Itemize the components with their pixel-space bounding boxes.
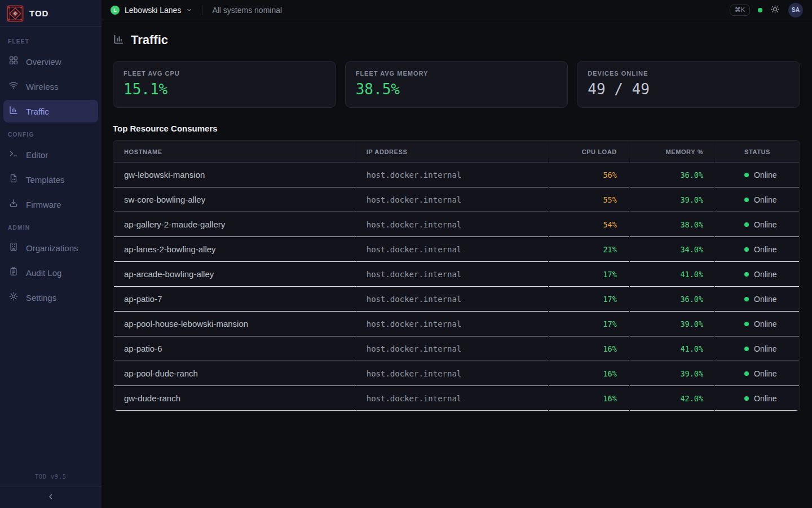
status-label: Online	[754, 270, 776, 279]
ip-address-cell: host.docker.internal	[356, 237, 548, 262]
command-palette-shortcut[interactable]: ⌘K	[730, 5, 750, 16]
org-switcher[interactable]: L Lebowski Lanes	[111, 5, 192, 15]
ip-address-cell: host.docker.internal	[356, 336, 548, 361]
sidebar-item-label: Overview	[26, 57, 61, 67]
table-title: Top Resource Consumers	[113, 124, 800, 133]
sidebar-collapse-button[interactable]	[0, 487, 102, 508]
stat-card-devices-online: DEVICES ONLINE 49 / 49	[577, 61, 800, 108]
table-row[interactable]: sw-core-bowling-alley host.docker.intern…	[114, 187, 799, 212]
memory-cell: 42.0%	[630, 386, 714, 411]
sidebar-item-label: Traffic	[26, 107, 49, 116]
memory-cell: 39.0%	[630, 361, 714, 386]
table-row[interactable]: ap-pool-house-lebowski-mansion host.dock…	[114, 312, 799, 336]
stat-label: DEVICES ONLINE	[588, 70, 789, 77]
status-cell: Online	[715, 237, 799, 262]
cpu-load-cell: 55%	[549, 187, 629, 212]
ip-address-cell: host.docker.internal	[356, 361, 548, 386]
header-divider	[202, 5, 202, 15]
sidebar-item-label: Audit Log	[26, 268, 61, 278]
hostname-cell: ap-pool-house-lebowski-mansion	[114, 312, 356, 336]
column-header-hostname: HOSTNAME	[114, 141, 356, 163]
status-cell: Online	[715, 336, 799, 361]
hostname-cell: ap-lanes-2-bowling-alley	[114, 237, 356, 262]
bar-chart-icon	[113, 33, 125, 47]
status-label: Online	[754, 295, 776, 304]
nav-section-config: CONFIG	[0, 132, 102, 138]
hostname-cell: gw-dude-ranch	[114, 386, 356, 411]
stat-card-fleet-avg-memory: FLEET AVG MEMORY 38.5%	[345, 61, 568, 108]
sidebar-item-wireless[interactable]: Wireless	[3, 75, 98, 98]
memory-cell: 34.0%	[630, 237, 714, 262]
status-label: Online	[754, 245, 776, 254]
status-cell: Online	[715, 287, 799, 312]
cpu-load-cell: 17%	[549, 262, 629, 287]
online-status-icon	[744, 322, 749, 326]
sidebar-item-label: Settings	[26, 293, 56, 303]
status-label: Online	[754, 344, 776, 353]
online-status-icon	[744, 198, 749, 202]
clipboard-icon	[8, 266, 19, 279]
page-title: Traffic	[131, 33, 168, 47]
hostname-cell: gw-lebowski-mansion	[114, 163, 356, 187]
status-cell: Online	[715, 212, 799, 237]
chevron-down-icon	[186, 5, 192, 15]
table-row[interactable]: ap-patio-6 host.docker.internal 16% 41.0…	[114, 336, 799, 361]
sidebar: TOD FLEET Overview	[0, 0, 102, 508]
online-status-icon	[744, 297, 749, 301]
top-consumers-table: HOSTNAME IP ADDRESS CPU LOAD MEMORY % ST…	[113, 140, 800, 411]
table-row[interactable]: ap-arcade-bowling-alley host.docker.inte…	[114, 262, 799, 287]
online-status-icon	[744, 347, 749, 351]
cpu-load-cell: 21%	[549, 237, 629, 262]
ip-address-cell: host.docker.internal	[356, 312, 548, 336]
memory-cell: 36.0%	[630, 287, 714, 312]
status-label: Online	[754, 220, 776, 229]
sidebar-item-editor[interactable]: Editor	[3, 143, 98, 166]
status-label: Online	[754, 394, 776, 403]
sidebar-item-settings[interactable]: Settings	[3, 286, 98, 309]
nav-section-admin: ADMIN	[0, 225, 102, 231]
stat-value: 15.1%	[123, 81, 325, 98]
hostname-cell: ap-arcade-bowling-alley	[114, 262, 356, 287]
sidebar-item-firmware[interactable]: Firmware	[3, 193, 98, 216]
bar-chart-icon	[8, 105, 19, 117]
sidebar-item-overview[interactable]: Overview	[3, 50, 98, 73]
content-frame: L Lebowski Lanes All systems nominal ⌘K	[102, 0, 812, 508]
memory-cell: 36.0%	[630, 163, 714, 187]
status-cell: Online	[715, 312, 799, 336]
status-label: Online	[754, 369, 776, 378]
stat-cards: FLEET AVG CPU 15.1% FLEET AVG MEMORY 38.…	[113, 61, 800, 108]
ip-address-cell: host.docker.internal	[356, 212, 548, 237]
table-row[interactable]: ap-pool-dude-ranch host.docker.internal …	[114, 361, 799, 386]
column-header-ip: IP ADDRESS	[356, 141, 548, 163]
status-label: Online	[754, 319, 776, 329]
stat-label: FLEET AVG CPU	[123, 70, 325, 77]
sidebar-item-organizations[interactable]: Organizations	[3, 237, 98, 259]
hostname-cell: ap-gallery-2-maude-gallery	[114, 212, 356, 237]
terminal-icon	[8, 148, 19, 161]
sidebar-item-traffic[interactable]: Traffic	[3, 100, 98, 122]
cpu-load-cell: 56%	[549, 163, 629, 187]
nav-section-fleet: FLEET	[0, 38, 102, 45]
sidebar-item-templates[interactable]: Templates	[3, 168, 98, 191]
online-status-icon	[744, 222, 749, 227]
table-row[interactable]: gw-lebowski-mansion host.docker.internal…	[114, 163, 799, 187]
table-row[interactable]: ap-gallery-2-maude-gallery host.docker.i…	[114, 212, 799, 237]
stat-value: 38.5%	[356, 81, 558, 98]
gear-icon	[8, 291, 19, 304]
system-status-text: All systems nominal	[212, 6, 282, 15]
memory-cell: 41.0%	[630, 336, 714, 361]
hostname-cell: ap-patio-7	[114, 287, 356, 312]
app-root: TOD FLEET Overview	[0, 0, 812, 508]
table-row[interactable]: gw-dude-ranch host.docker.internal 16% 4…	[114, 386, 799, 411]
stat-card-fleet-avg-cpu: FLEET AVG CPU 15.1%	[113, 61, 336, 108]
table-row[interactable]: ap-patio-7 host.docker.internal 17% 36.0…	[114, 287, 799, 312]
ip-address-cell: host.docker.internal	[356, 386, 548, 411]
sidebar-item-audit-log[interactable]: Audit Log	[3, 261, 98, 284]
table-row[interactable]: ap-lanes-2-bowling-alley host.docker.int…	[114, 237, 799, 262]
theme-toggle-button[interactable]	[770, 5, 780, 16]
sidebar-item-label: Editor	[26, 150, 48, 160]
sidebar-nav: FLEET Overview Wireless	[0, 27, 102, 474]
user-avatar[interactable]: SA	[788, 3, 803, 17]
app-version: TOD v9.5	[0, 474, 102, 480]
cpu-load-cell: 17%	[549, 287, 629, 312]
